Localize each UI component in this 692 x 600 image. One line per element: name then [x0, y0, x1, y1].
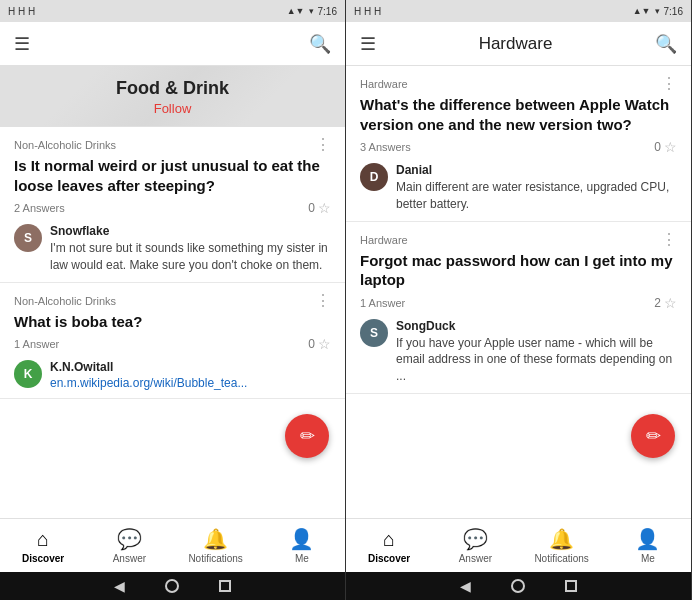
nav-notifications-left[interactable]: 🔔 Notifications: [173, 527, 259, 564]
card-vote-r1[interactable]: 0 ☆: [654, 139, 677, 155]
status-bar-right-icons: ▲▼ ▾ 7:16: [287, 6, 337, 17]
bottom-nav-right: ⌂ Discover 💬 Answer 🔔 Notifications 👤 Me: [346, 518, 691, 572]
answer-user-r2[interactable]: SongDuck: [396, 319, 677, 333]
page-title-right: Hardware: [479, 34, 553, 54]
nav-me-right[interactable]: 👤 Me: [605, 527, 691, 564]
notification-icons-right: H H H: [354, 6, 381, 17]
card-question-r2[interactable]: Forgot mac password how can I get into m…: [360, 251, 677, 290]
card-question-2[interactable]: What is boba tea?: [14, 312, 331, 332]
card-more-r2[interactable]: ⋮: [661, 232, 677, 248]
search-icon[interactable]: 🔍: [309, 33, 331, 55]
hero-follow[interactable]: Follow: [0, 101, 345, 116]
nav-discover-left[interactable]: ⌂ Discover: [0, 528, 86, 564]
star-icon-2: ☆: [318, 336, 331, 352]
nav-me-left[interactable]: 👤 Me: [259, 527, 345, 564]
avatar-r1: D: [360, 163, 388, 191]
signal-icon-right: ▲▼: [633, 6, 651, 16]
time-display-right: 7:16: [664, 6, 683, 17]
menu-icon-right[interactable]: ☰: [360, 33, 376, 55]
status-bar-right-left: H H H: [354, 6, 381, 17]
nav-bar-left: ☰ 🔍: [0, 22, 345, 66]
recents-button-left[interactable]: [219, 580, 231, 592]
answer-preview-r1: D Danial Main different are water resist…: [360, 163, 677, 213]
card-answers-r2: 1 Answer: [360, 297, 405, 309]
avatar-1: S: [14, 224, 42, 252]
notification-icons: H H H: [8, 6, 35, 17]
home-button-right[interactable]: [511, 579, 525, 593]
card-more-1[interactable]: ⋮: [315, 137, 331, 153]
fab-icon-left: ✏: [300, 425, 315, 447]
nav-discover-right[interactable]: ⌂ Discover: [346, 528, 432, 564]
answer-link-2[interactable]: en.m.wikipedia.org/wiki/Bubble_tea...: [50, 376, 331, 390]
wifi-icon: ▾: [309, 6, 314, 16]
card-vote-2[interactable]: 0 ☆: [308, 336, 331, 352]
answer-user-r1[interactable]: Danial: [396, 163, 677, 177]
me-label-left: Me: [295, 553, 309, 564]
bottom-nav-left: ⌂ Discover 💬 Answer 🔔 Notifications 👤 Me: [0, 518, 345, 572]
android-nav-right: ◀: [346, 572, 691, 600]
answer-content-r1: Danial Main different are water resistan…: [396, 163, 677, 213]
avatar-2: K: [14, 360, 42, 388]
answer-preview-r2: S SongDuck If you have your Apple user n…: [360, 319, 677, 385]
card-answers-2: 1 Answer: [14, 338, 59, 350]
content-wrapper-right: Hardware ⋮ What's the difference between…: [346, 66, 691, 518]
content-wrapper-left: Non-Alcoholic Drinks ⋮ Is It normal weir…: [0, 127, 345, 518]
star-icon-1: ☆: [318, 200, 331, 216]
card-category-row-1: Non-Alcoholic Drinks ⋮: [14, 137, 331, 153]
notifications-icon-right: 🔔: [549, 527, 574, 551]
hero-title: Food & Drink: [0, 78, 345, 99]
status-bar-right-right: ▲▼ ▾ 7:16: [633, 6, 683, 17]
answer-user-2[interactable]: K.N.Owitall: [50, 360, 331, 374]
answer-content-r2: SongDuck If you have your Apple user nam…: [396, 319, 677, 385]
me-icon-right: 👤: [635, 527, 660, 551]
vote-count-r2: 2: [654, 296, 661, 310]
discover-label-right: Discover: [368, 553, 410, 564]
discover-icon-left: ⌂: [37, 528, 49, 551]
recents-button-right[interactable]: [565, 580, 577, 592]
question-card-r2: Hardware ⋮ Forgot mac password how can I…: [346, 222, 691, 394]
hero-banner: Food & Drink Follow: [0, 66, 345, 127]
phone-right: H H H ▲▼ ▾ 7:16 ☰ Hardware 🔍 Hardware ⋮ …: [346, 0, 692, 600]
answer-label-right: Answer: [459, 553, 492, 564]
vote-count-r1: 0: [654, 140, 661, 154]
search-icon-right[interactable]: 🔍: [655, 33, 677, 55]
card-category-1: Non-Alcoholic Drinks: [14, 139, 116, 151]
card-vote-r2[interactable]: 2 ☆: [654, 295, 677, 311]
vote-count-2: 0: [308, 337, 315, 351]
status-bar-right: H H H ▲▼ ▾ 7:16: [346, 0, 691, 22]
answer-user-1[interactable]: Snowflake: [50, 224, 331, 238]
nav-answer-left[interactable]: 💬 Answer: [86, 527, 172, 564]
menu-icon[interactable]: ☰: [14, 33, 30, 55]
star-icon-r2: ☆: [664, 295, 677, 311]
card-meta-r1: 3 Answers 0 ☆: [360, 139, 677, 155]
card-answers-1: 2 Answers: [14, 202, 65, 214]
phone-left: H H H ▲▼ ▾ 7:16 ☰ 🔍 Food & Drink Follow …: [0, 0, 346, 600]
card-question-r1[interactable]: What's the difference between Apple Watc…: [360, 95, 677, 134]
card-category-row-2: Non-Alcoholic Drinks ⋮: [14, 293, 331, 309]
card-answers-r1: 3 Answers: [360, 141, 411, 153]
question-card-2: Non-Alcoholic Drinks ⋮ What is boba tea?…: [0, 283, 345, 400]
time-display: 7:16: [318, 6, 337, 17]
card-more-2[interactable]: ⋮: [315, 293, 331, 309]
fab-left[interactable]: ✏: [285, 414, 329, 458]
nav-answer-right[interactable]: 💬 Answer: [432, 527, 518, 564]
card-vote-1[interactable]: 0 ☆: [308, 200, 331, 216]
back-button-left[interactable]: ◀: [114, 578, 125, 594]
status-bar-left: H H H ▲▼ ▾ 7:16: [0, 0, 345, 22]
notifications-label-right: Notifications: [534, 553, 588, 564]
card-question-1[interactable]: Is It normal weird or just unusual to ea…: [14, 156, 331, 195]
answer-text-1: I'm not sure but it sounds like somethin…: [50, 240, 331, 274]
answer-label-left: Answer: [113, 553, 146, 564]
fab-icon-right: ✏: [646, 425, 661, 447]
avatar-r2: S: [360, 319, 388, 347]
back-button-right[interactable]: ◀: [460, 578, 471, 594]
fab-right[interactable]: ✏: [631, 414, 675, 458]
nav-notifications-right[interactable]: 🔔 Notifications: [519, 527, 605, 564]
me-label-right: Me: [641, 553, 655, 564]
card-category-row-r1: Hardware ⋮: [360, 76, 677, 92]
home-button-left[interactable]: [165, 579, 179, 593]
card-category-r2: Hardware: [360, 234, 408, 246]
vote-count-1: 0: [308, 201, 315, 215]
card-more-r1[interactable]: ⋮: [661, 76, 677, 92]
answer-icon-right: 💬: [463, 527, 488, 551]
